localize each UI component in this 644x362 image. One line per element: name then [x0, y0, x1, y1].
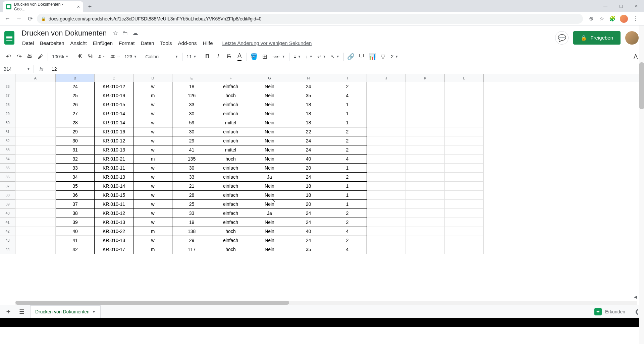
cell[interactable]: einfach — [211, 136, 250, 145]
cell[interactable] — [406, 218, 445, 227]
cell[interactable]: einfach — [211, 182, 250, 191]
vertical-scrollbar[interactable] — [639, 25, 644, 344]
cell[interactable]: 2 — [328, 236, 367, 245]
sheets-home-button[interactable] — [3, 29, 16, 47]
menu-addons[interactable]: Add-ons — [175, 39, 200, 47]
cell[interactable] — [15, 100, 56, 109]
cell[interactable]: KR.010-17 — [95, 245, 133, 254]
cell[interactable]: KR.010-14 — [95, 182, 133, 191]
cell[interactable] — [406, 136, 445, 145]
cell[interactable]: 30 — [172, 109, 211, 118]
row-header[interactable]: 31 — [0, 127, 15, 136]
cell[interactable] — [406, 191, 445, 200]
cell[interactable]: w — [133, 82, 172, 91]
menu-einfuegen[interactable]: Einfügen — [90, 39, 115, 47]
cell[interactable] — [445, 182, 484, 191]
explore-button[interactable]: ✦ Erkunden — [590, 306, 629, 317]
cell[interactable] — [406, 91, 445, 100]
cell[interactable]: 1 — [328, 164, 367, 173]
cell[interactable] — [15, 136, 56, 145]
cell[interactable]: 24 — [289, 209, 328, 218]
cell[interactable]: 2 — [328, 136, 367, 145]
cell[interactable] — [406, 164, 445, 173]
cell[interactable]: 42 — [56, 245, 95, 254]
cell[interactable] — [15, 118, 56, 127]
cell[interactable]: w — [133, 100, 172, 109]
cell[interactable]: Nein — [250, 155, 289, 164]
cell[interactable]: 2 — [328, 209, 367, 218]
cell[interactable]: w — [133, 173, 172, 182]
cell[interactable]: 18 — [289, 191, 328, 200]
redo-button[interactable]: ↷ — [14, 52, 24, 62]
row-header[interactable]: 33 — [0, 145, 15, 155]
cell[interactable]: Nein — [250, 118, 289, 127]
v-scroll-thumb[interactable] — [639, 62, 644, 109]
menu-daten[interactable]: Daten — [138, 39, 157, 47]
cell[interactable] — [445, 173, 484, 182]
cell[interactable]: 21 — [172, 182, 211, 191]
cell[interactable]: 4 — [328, 245, 367, 254]
cell[interactable] — [445, 109, 484, 118]
cell[interactable]: Ja — [250, 173, 289, 182]
cell[interactable] — [15, 145, 56, 155]
cell[interactable]: 59 — [172, 118, 211, 127]
font-select[interactable]: Calibri▼ — [143, 54, 180, 59]
cell[interactable]: 24 — [289, 173, 328, 182]
cell[interactable]: 24 — [289, 218, 328, 227]
wrap-button[interactable]: ↵▼ — [315, 54, 328, 59]
cell[interactable]: 1 — [328, 182, 367, 191]
cell[interactable]: hoch — [211, 227, 250, 236]
cell[interactable]: 30 — [56, 136, 95, 145]
comments-button[interactable]: 💬 — [555, 31, 569, 45]
borders-button[interactable]: ⊞ — [260, 52, 270, 62]
col-header-I[interactable]: I — [328, 74, 367, 82]
increase-decimals-button[interactable]: .00 → — [108, 52, 122, 62]
cell[interactable]: 2 — [328, 127, 367, 136]
cell[interactable] — [367, 82, 406, 91]
cell[interactable]: 25 — [172, 200, 211, 209]
cell[interactable]: 29 — [172, 236, 211, 245]
cell[interactable]: KR.010-14 — [95, 118, 133, 127]
row-header[interactable]: 38 — [0, 191, 15, 200]
move-icon[interactable]: 🗀 — [122, 30, 128, 37]
cell[interactable]: 28 — [56, 118, 95, 127]
maximize-button[interactable]: ▢ — [613, 0, 629, 12]
cell[interactable]: 37 — [56, 200, 95, 209]
cell[interactable]: 1 — [328, 118, 367, 127]
cell[interactable]: 1 — [328, 191, 367, 200]
browser-tab[interactable]: Drucken von Dokumenten - Goo… × — [3, 1, 83, 12]
minimize-button[interactable]: — — [598, 0, 613, 12]
v-align-button[interactable]: ↓▼ — [304, 54, 315, 59]
row-header[interactable]: 30 — [0, 118, 15, 127]
cell[interactable]: Nein — [250, 245, 289, 254]
row-header[interactable]: 26 — [0, 82, 15, 91]
cell[interactable] — [406, 145, 445, 155]
insert-link-button[interactable]: 🔗 — [346, 52, 356, 62]
cell[interactable] — [15, 227, 56, 236]
cell[interactable]: mittel — [211, 118, 250, 127]
cell[interactable]: 41 — [172, 145, 211, 155]
cell[interactable]: mittel — [211, 145, 250, 155]
cell[interactable] — [15, 182, 56, 191]
cell[interactable]: KR.010-13 — [95, 145, 133, 155]
cell[interactable] — [406, 155, 445, 164]
cell[interactable] — [406, 236, 445, 245]
decrease-decimals-button[interactable]: .0 ← — [97, 52, 108, 62]
forward-button[interactable]: → — [14, 14, 23, 23]
account-avatar[interactable] — [625, 31, 639, 45]
cell[interactable]: w — [133, 109, 172, 118]
cell[interactable]: w — [133, 145, 172, 155]
cell[interactable]: 24 — [289, 145, 328, 155]
cell[interactable] — [15, 91, 56, 100]
cell[interactable] — [445, 191, 484, 200]
scroll-left-button[interactable]: ◀ — [633, 294, 638, 300]
cell[interactable] — [406, 100, 445, 109]
cell[interactable]: 117 — [172, 245, 211, 254]
cell[interactable]: hoch — [211, 155, 250, 164]
col-header-G[interactable]: G — [250, 74, 289, 82]
row-header[interactable]: 34 — [0, 155, 15, 164]
col-header-K[interactable]: K — [406, 74, 445, 82]
cell[interactable]: KR.010-13 — [95, 218, 133, 227]
cell[interactable] — [445, 118, 484, 127]
cell[interactable]: w — [133, 164, 172, 173]
